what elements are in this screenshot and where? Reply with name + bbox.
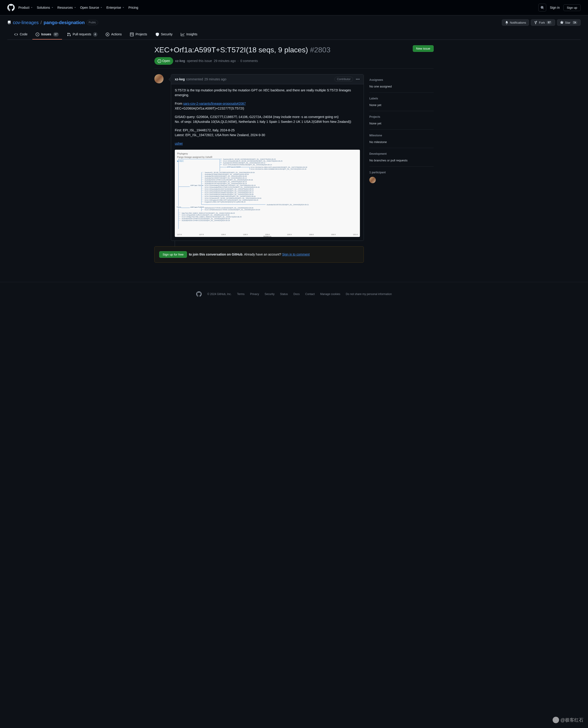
issue-state-badge: Open — [154, 57, 173, 65]
comment-p4: First: EPI_ISL_19448172, Italy, 2024-8-2… — [175, 128, 360, 137]
search-icon — [541, 6, 544, 9]
comment-menu-button[interactable]: ••• — [356, 77, 360, 82]
tab-code[interactable]: Code — [11, 29, 30, 40]
notifications-button[interactable]: Notifications — [502, 19, 529, 26]
tab-insights[interactable]: Insights — [177, 29, 201, 40]
star-button[interactable]: Star1k — [557, 19, 581, 26]
footer-contact[interactable]: Contact — [305, 292, 315, 296]
phylogeny-image[interactable]: Phylogeny Pango lineage assigned by Ushe… — [175, 150, 360, 237]
nav-product[interactable]: Product — [18, 5, 33, 10]
repo-icon — [7, 21, 11, 24]
github-logo-icon[interactable] — [7, 4, 15, 11]
issue-open-icon — [158, 59, 161, 63]
global-header: Product Solutions Resources Open Source … — [0, 0, 588, 15]
comment-body: S:T572I is the top mutation predicted by… — [171, 84, 363, 241]
footer-dnsmpi[interactable]: Do not share my personal information — [346, 292, 392, 296]
issue-layout: xz-keg commented 29 minutes ago Contribu… — [154, 74, 434, 263]
sidebar-participants: 1 participant — [369, 167, 434, 187]
star-icon — [560, 21, 564, 24]
chevron-down-icon — [122, 6, 125, 9]
sidebar-labels[interactable]: Labels None yet — [369, 93, 434, 111]
footer-terms[interactable]: Terms — [237, 292, 245, 296]
comment-author-link[interactable]: xz-keg — [175, 77, 185, 82]
sign-in-to-comment-link[interactable]: Sign in to comment — [282, 253, 310, 256]
timeline: xz-keg commented 29 minutes ago Contribu… — [154, 74, 364, 241]
graph-icon — [181, 33, 185, 36]
issue-number: #2803 — [310, 46, 331, 54]
contributor-badge: Contributor — [334, 77, 353, 82]
sidebar-milestone[interactable]: Milestone No milestone — [369, 130, 434, 148]
tab-security[interactable]: Security — [152, 29, 176, 40]
repo-name-link[interactable]: pango-designation — [44, 19, 85, 26]
github-footer-icon[interactable] — [196, 291, 202, 297]
axis: 127.0 127.5 128.0 128.5 129.0 129.5 130.… — [177, 233, 358, 236]
participant-avatar[interactable] — [369, 177, 376, 183]
tab-projects[interactable]: Projects — [127, 29, 150, 40]
nav-enterprise[interactable]: Enterprise — [106, 5, 125, 10]
issue-main: xz-keg commented 29 minutes ago Contribu… — [154, 74, 364, 263]
issue-title: XEC+Orf1a:A599T+S:T572I(18 seqs, 9 place… — [154, 45, 331, 55]
tab-actions[interactable]: Actions — [102, 29, 125, 40]
sign-up-button[interactable]: Sign up — [563, 4, 581, 11]
signup-free-button[interactable]: Sign up for free — [159, 251, 187, 258]
issue-meta: Open xz-keg opened this issue 29 minutes… — [154, 57, 434, 65]
play-icon — [106, 33, 109, 36]
lineage-proposals-link[interactable]: sars-cov-2-variants/lineage-proposals#20… — [183, 102, 246, 105]
fork-icon — [534, 21, 538, 24]
chevron-down-icon — [100, 6, 103, 9]
repo-header: cov-lineages / pango-designation Public … — [0, 15, 588, 40]
repo-owner-link[interactable]: cov-lineages — [13, 19, 39, 26]
repo-tabs: Code Issues97 Pull requests4 Actions Pro… — [7, 29, 581, 40]
nav-open-source[interactable]: Open Source — [80, 5, 103, 10]
sidebar-development[interactable]: Development No branches or pull requests — [369, 148, 434, 167]
comment-box: xz-keg commented 29 minutes ago Contribu… — [171, 74, 364, 241]
footer-security[interactable]: Security — [265, 292, 274, 296]
comment-time[interactable]: 29 minutes ago — [205, 77, 227, 82]
repo-title: cov-lineages / pango-designation Public — [7, 19, 98, 26]
comment-author-avatar[interactable] — [154, 74, 164, 83]
sidebar-assignees[interactable]: Assignees No one assigned — [369, 74, 434, 93]
tab-pull-requests[interactable]: Pull requests4 — [64, 29, 101, 40]
footer-status[interactable]: Status — [280, 292, 288, 296]
comment-p1: S:T572I is the top mutation predicted by… — [175, 88, 360, 98]
usher-link[interactable]: usher — [175, 142, 183, 145]
global-nav: Product Solutions Resources Open Source … — [18, 5, 138, 10]
chevron-down-icon — [51, 6, 54, 9]
issue-author-link[interactable]: xz-keg — [175, 59, 185, 63]
header-right: Sign in Sign up — [539, 4, 581, 12]
sidebar-projects[interactable]: Projects None yet — [369, 111, 434, 130]
signup-banner: Sign up for free to join this conversati… — [154, 247, 364, 263]
header-left: Product Solutions Resources Open Source … — [7, 4, 138, 11]
pr-icon — [67, 33, 71, 36]
footer-privacy[interactable]: Privacy — [250, 292, 259, 296]
comment-header: xz-keg commented 29 minutes ago Contribu… — [171, 74, 363, 84]
sign-in-link[interactable]: Sign in — [550, 5, 560, 10]
nav-solutions[interactable]: Solutions — [37, 5, 54, 10]
repo-separator: / — [40, 19, 42, 26]
comment-p3: GISAID query: G2060A, C23277T,C18657T,-1… — [175, 114, 360, 124]
tab-issues[interactable]: Issues97 — [33, 29, 62, 40]
main-container: XEC+Orf1a:A599T+S:T572I(18 seqs, 9 place… — [147, 40, 441, 268]
project-icon — [130, 33, 134, 36]
footer-docs[interactable]: Docs — [293, 292, 299, 296]
issue-sidebar: Assignees No one assigned Labels None ye… — [369, 74, 434, 263]
copyright: © 2024 GitHub, Inc. — [207, 292, 232, 296]
comment-p2: From sars-cov-2-variants/lineage-proposa… — [175, 101, 360, 111]
tree-canvas: ORF1ab:E4388K Sweden/AB-01_SE100_24C5001… — [177, 156, 358, 231]
issue-icon — [36, 33, 39, 36]
bell-icon — [505, 21, 508, 24]
footer-cookies[interactable]: Manage cookies — [320, 292, 340, 296]
chevron-down-icon — [74, 6, 77, 9]
fork-button[interactable]: Fork97 — [531, 19, 555, 26]
fork-count: 97 — [546, 21, 552, 24]
nav-resources[interactable]: Resources — [58, 5, 77, 10]
chevron-down-icon — [30, 6, 33, 9]
new-issue-button[interactable]: New issue — [413, 45, 434, 52]
nav-pricing[interactable]: Pricing — [128, 5, 138, 10]
search-button[interactable] — [539, 4, 546, 12]
code-icon — [14, 33, 18, 36]
comment-p5: usher — [175, 141, 360, 146]
star-count: 1k — [572, 21, 578, 24]
repo-actions: Notifications Fork97 Star1k — [502, 19, 581, 26]
visibility-badge: Public — [87, 20, 98, 25]
